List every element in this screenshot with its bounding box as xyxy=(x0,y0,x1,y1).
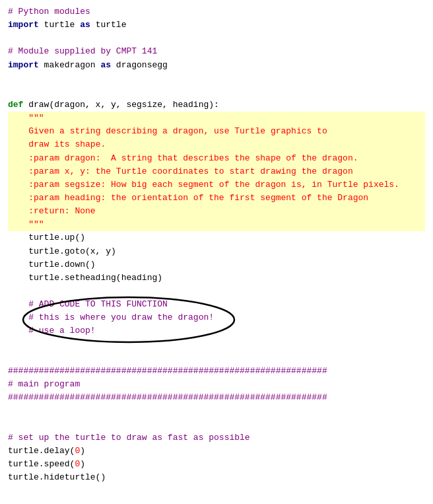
line-22 xyxy=(8,285,425,298)
line-14: :param segsize: How big each segment of … xyxy=(8,178,425,192)
line-24: # this is where you draw the dragon! xyxy=(8,311,425,324)
line-9: """ xyxy=(8,112,425,125)
line-10: Given a string describing a dragon, use … xyxy=(8,125,425,138)
line-13: :param x, y: the Turtle coordinates to s… xyxy=(8,165,425,178)
line-36: turtle.hideturtle() xyxy=(8,471,425,484)
line-26 xyxy=(8,338,425,351)
line-30: ########################################… xyxy=(8,391,425,404)
line-7 xyxy=(8,85,425,98)
line-11: draw its shape. xyxy=(8,138,425,151)
line-20: turtle.down() xyxy=(8,258,425,271)
line-31 xyxy=(8,404,425,417)
line-12: :param dragon: A string that describes t… xyxy=(8,152,425,165)
line-17: """ xyxy=(8,218,425,231)
line-6 xyxy=(8,72,425,85)
line-4: # Module supplied by CMPT 141 xyxy=(8,45,425,58)
line-19: turtle.goto(x, y) xyxy=(8,245,425,258)
line-15: :param heading: the orientation of the f… xyxy=(8,192,425,205)
line-1: # Python modules xyxy=(8,5,425,18)
line-38 xyxy=(8,497,425,504)
line-18: turtle.up() xyxy=(8,231,425,244)
line-33: # set up the turtle to draw as fast as p… xyxy=(8,431,425,445)
line-27 xyxy=(8,351,425,365)
line-34: turtle.delay(0) xyxy=(8,445,425,458)
line-3 xyxy=(8,32,425,45)
line-32 xyxy=(8,417,425,431)
line-29: # main program xyxy=(8,378,425,391)
line-8: def draw(dragon, x, y, segsize, heading)… xyxy=(8,98,425,112)
line-35: turtle.speed(0) xyxy=(8,458,425,471)
oval-section: # ADD CODE TO THIS FUNCTION # this is wh… xyxy=(8,298,425,338)
line-25: # use a loop! xyxy=(8,324,425,338)
line-2: import turtle as turtle xyxy=(8,18,425,32)
line-28: ########################################… xyxy=(8,365,425,378)
line-16: :return: None xyxy=(8,205,425,218)
code-editor: # Python modules import turtle as turtle… xyxy=(0,0,433,504)
line-5: import makedragon as dragonsegg xyxy=(8,59,425,72)
line-21: turtle.setheading(heading) xyxy=(8,271,425,285)
line-37 xyxy=(8,484,425,497)
line-23: # ADD CODE TO THIS FUNCTION xyxy=(8,298,425,311)
